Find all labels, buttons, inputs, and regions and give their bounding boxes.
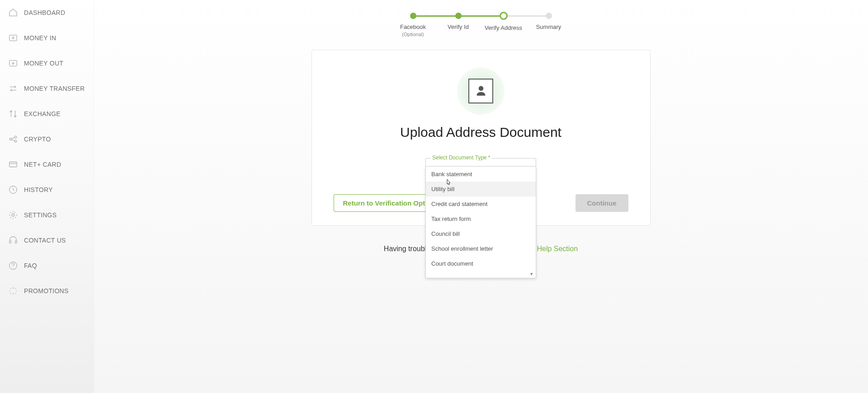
transfer-icon — [8, 84, 18, 94]
arrow-in-icon — [8, 33, 18, 43]
dropdown-option-credit-card-statement[interactable]: Credit card statement — [426, 196, 536, 211]
main-content: Facebook (Optional) Verify Id Verify Add… — [94, 0, 868, 393]
sidebar-item-history[interactable]: HISTORY — [0, 177, 94, 202]
sparkle-icon — [8, 286, 18, 296]
step-label: Verify Id — [448, 23, 469, 31]
dropdown-option-school-enrollment[interactable]: School enrollment letter — [426, 241, 536, 256]
sidebar-item-label: CRYPTO — [24, 136, 51, 143]
sidebar-item-settings[interactable]: SETTINGS — [0, 202, 94, 228]
svg-rect-9 — [15, 241, 17, 243]
svg-rect-5 — [9, 162, 17, 167]
cursor-icon — [445, 178, 453, 187]
sidebar-item-crypto[interactable]: CRYPTO — [0, 126, 94, 152]
step-sublabel: (Optional) — [402, 32, 424, 37]
sidebar-item-label: CONTACT US — [24, 237, 66, 244]
sidebar-item-label: PROMOTIONS — [24, 287, 69, 295]
svg-point-3 — [14, 136, 17, 138]
document-type-dropdown: Bank statement Utility bill Credit card … — [425, 166, 536, 278]
sidebar-item-label: FAQ — [24, 262, 37, 269]
sidebar-item-contact-us[interactable]: CONTACT US — [0, 228, 94, 253]
step-facebook: Facebook (Optional) — [391, 13, 436, 37]
sidebar-item-label: MONEY OUT — [24, 60, 63, 67]
history-icon — [8, 185, 18, 195]
step-label: Summary — [536, 23, 561, 31]
sidebar-item-label: MONEY IN — [24, 34, 56, 42]
help-link[interactable]: Help Section — [537, 245, 578, 253]
document-icon-circle — [457, 67, 505, 115]
sidebar-item-dashboard[interactable]: DASHBOARD — [0, 0, 94, 25]
home-icon — [8, 8, 18, 18]
sidebar-item-net-card[interactable]: NET+ CARD — [0, 152, 94, 177]
sidebar-item-label: EXCHANGE — [24, 110, 61, 117]
sidebar-item-promotions[interactable]: PROMOTIONS — [0, 278, 94, 304]
question-icon — [8, 261, 18, 271]
step-line — [413, 15, 458, 17]
sidebar-item-label: MONEY TRANSFER — [24, 85, 85, 92]
step-dot-icon — [546, 13, 552, 19]
sidebar-item-money-out[interactable]: MONEY OUT — [0, 51, 94, 76]
dropdown-option-bank-statement[interactable]: Bank statement — [426, 167, 536, 182]
continue-button[interactable]: Continue — [576, 194, 628, 212]
dropdown-list[interactable]: Bank statement Utility bill Credit card … — [426, 167, 536, 271]
step-dot-icon — [410, 13, 416, 19]
sidebar: DASHBOARD MONEY IN MONEY OUT MONEY TRANS… — [0, 0, 94, 393]
upload-card: Upload Address Document Select Document … — [311, 50, 651, 226]
dropdown-option-court-document[interactable]: Court document — [426, 256, 536, 271]
sidebar-item-label: NET+ CARD — [24, 161, 61, 168]
document-frame-icon — [468, 79, 493, 103]
crypto-icon — [8, 134, 18, 144]
help-prefix: Having trouble — [384, 245, 430, 253]
sidebar-item-faq[interactable]: FAQ — [0, 253, 94, 278]
step-line — [458, 15, 504, 17]
step-line — [504, 15, 549, 17]
sidebar-item-label: SETTINGS — [24, 211, 57, 219]
card-title: Upload Address Document — [321, 125, 641, 140]
step-dot-icon — [500, 12, 508, 20]
dropdown-option-tax-return[interactable]: Tax return form — [426, 211, 536, 226]
select-label: Select Document Type * — [431, 154, 492, 161]
exchange-icon — [8, 109, 18, 119]
dropdown-option-utility-bill[interactable]: Utility bill — [426, 182, 536, 196]
headset-icon — [8, 235, 18, 245]
step-dot-icon — [455, 13, 462, 19]
sidebar-item-money-transfer[interactable]: MONEY TRANSFER — [0, 76, 94, 101]
svg-point-4 — [14, 140, 17, 142]
sidebar-item-money-in[interactable]: MONEY IN — [0, 25, 94, 51]
sidebar-item-exchange[interactable]: EXCHANGE — [0, 101, 94, 126]
dropdown-option-council-bill[interactable]: Council bill — [426, 226, 536, 241]
svg-point-7 — [12, 214, 14, 216]
progress-stepper: Facebook (Optional) Verify Id Verify Add… — [94, 13, 868, 37]
step-label: Verify Address — [485, 24, 522, 32]
svg-rect-8 — [9, 241, 11, 243]
arrow-out-icon — [8, 58, 18, 68]
card-icon — [8, 159, 18, 169]
gear-icon — [8, 210, 18, 220]
step-label: Facebook — [400, 23, 426, 31]
sidebar-item-label: HISTORY — [24, 186, 53, 193]
chevron-down-icon: ▾ — [426, 271, 536, 278]
document-type-select-wrapper: Select Document Type * Bank statement Ut… — [425, 158, 536, 175]
sidebar-item-label: DASHBOARD — [24, 9, 65, 16]
svg-point-2 — [9, 138, 12, 140]
